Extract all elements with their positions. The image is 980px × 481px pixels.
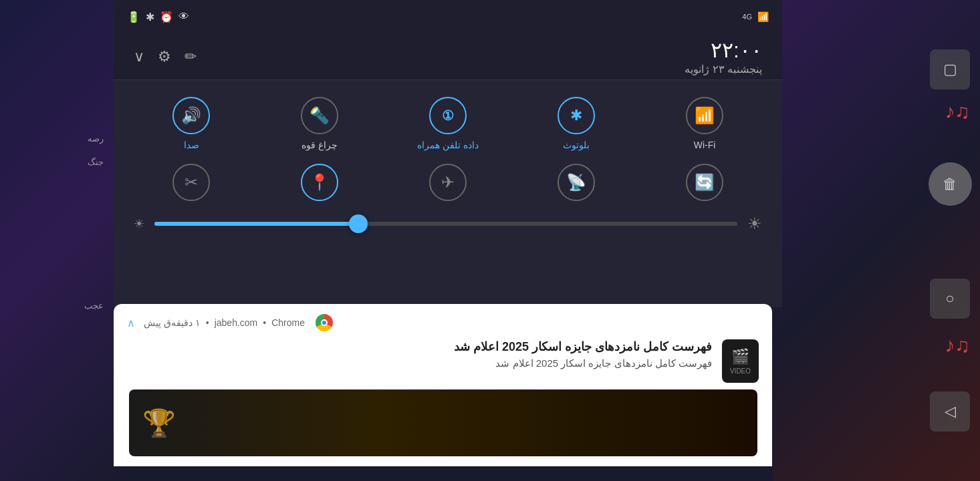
time-display: ۲۲:۰۰ <box>685 37 762 63</box>
circle-icon: ○ <box>945 290 954 307</box>
toggle-rotate[interactable]: 🔄 <box>664 164 745 201</box>
settings-button[interactable]: ⚙ <box>158 48 171 65</box>
wifi-icon: 📶 <box>695 106 715 125</box>
location-icon: 📍 <box>310 173 330 192</box>
quick-settings-panel: 🔊 صدا 🔦 چراغ قوه ① داده تلفن همراه ✱ <box>114 80 782 307</box>
toggle-wifi[interactable]: 📶 Wi-Fi <box>664 97 745 150</box>
notification-subtitle: فهرست کامل نامزدهای جایزه اسکار 2025 اعل… <box>127 357 712 369</box>
panel-header: ∨ ⚙ ✏ ۲۲:۰۰ پنجشنبه ۲۳ ژانویه <box>114 33 782 80</box>
data-icon-wrap: ① <box>429 97 467 134</box>
sound-icon-wrap: 🔊 <box>172 97 210 134</box>
signal-text: 4G <box>742 13 752 21</box>
eye-protection-icon: 👁 <box>178 11 189 23</box>
chrome-logo-icon <box>316 314 333 331</box>
status-icons-right: 4G 📶 <box>742 11 769 22</box>
circle-button[interactable]: ○ <box>930 279 970 319</box>
rotate-icon-wrap: 🔄 <box>686 164 723 201</box>
toggle-location[interactable]: 📍 <box>279 164 360 201</box>
notification-image-inner: 🏆 <box>129 389 757 456</box>
brightness-low-icon: ☀ <box>134 216 144 231</box>
rotate-icon: 🔄 <box>695 173 715 192</box>
dot-separator: • <box>263 317 266 328</box>
notification-header: Chrome • jabeh.com • ۱ دقیقه‌ق پیش ∧ <box>127 314 759 331</box>
oscar-statuette-icon: 🏆 <box>142 408 176 439</box>
toggle-flashlight[interactable]: 🔦 چراغ قوه <box>279 97 360 150</box>
trash-icon: 🗑 <box>943 176 957 193</box>
bluetooth-icon: ✱ <box>570 107 582 124</box>
toggle-hotspot[interactable]: 📡 <box>536 164 616 201</box>
wifi-icon-wrap: 📶 <box>686 97 723 134</box>
hotspot-icon-wrap: 📡 <box>558 164 595 201</box>
battery-icon: 🔋 <box>127 11 140 23</box>
screenshot-icon-wrap: ✂ <box>172 164 210 201</box>
square-button[interactable]: ▢ <box>930 49 970 90</box>
bluetooth-icon-wrap: ✱ <box>558 97 595 134</box>
delete-button[interactable]: 🗑 <box>929 162 972 206</box>
location-icon-wrap: 📍 <box>301 164 338 201</box>
data-label: داده تلفن همراه <box>417 140 479 150</box>
video-label: VIDEO <box>730 367 751 375</box>
alarm-icon: ⏰ <box>160 11 173 23</box>
chrome-inner-circle <box>321 319 328 326</box>
film-icon: 🎬 <box>731 348 749 365</box>
status-icons-left: 🔋 ✱ ⏰ 👁 <box>127 11 189 23</box>
toggle-data[interactable]: ① داده تلفن همراه <box>408 97 488 150</box>
left-text-2: جنگ <box>0 157 104 167</box>
notification-text: فهرست کامل نامزدهای جایزه اسکار 2025 اعل… <box>127 339 712 369</box>
notification-image: 🏆 <box>129 389 757 456</box>
flashlight-label: چراغ قوه <box>301 140 338 150</box>
app-thumbnail-icon: 🎬 VIDEO <box>722 339 759 383</box>
dot-separator2: • <box>206 317 209 328</box>
left-sidebar-text: رصه جنگ عجب <box>0 134 110 311</box>
notification-card[interactable]: Chrome • jabeh.com • ۱ دقیقه‌ق پیش ∧ 🎬 V… <box>114 304 772 466</box>
date-display: پنجشنبه ۲۳ ژانویه <box>685 63 762 75</box>
left-text-3: عجب <box>0 301 104 311</box>
square-icon: ▢ <box>943 61 957 78</box>
chevron-up-icon[interactable]: ∧ <box>127 317 135 329</box>
brightness-fill <box>154 222 358 226</box>
toggles-row-1: 🔊 صدا 🔦 چراغ قوه ① داده تلفن همراه ✱ <box>127 90 769 164</box>
status-bar: 🔋 ✱ ⏰ 👁 4G 📶 <box>114 0 782 33</box>
notification-title: فهرست کامل نامزدهای جایزه اسکار 2025 اعل… <box>127 339 712 354</box>
brightness-high-icon: ☀ <box>747 214 762 233</box>
toggles-row-2: ✂ 📍 ✈ 📡 <box>127 164 769 211</box>
signal-bars-icon: 📶 <box>757 11 769 22</box>
toggle-sound[interactable]: 🔊 صدا <box>151 97 231 150</box>
left-text-1: رصه <box>0 134 104 144</box>
time-ago-label: ۱ دقیقه‌ق پیش <box>144 317 201 328</box>
notification-body: 🎬 VIDEO فهرست کامل نامزدهای جایزه اسکار … <box>127 339 759 383</box>
airplane-icon: ✈ <box>441 173 455 192</box>
collapse-button[interactable]: ∨ <box>134 48 144 65</box>
header-time-block: ۲۲:۰۰ پنجشنبه ۲۳ ژانویه <box>685 37 762 75</box>
toggle-airplane[interactable]: ✈ <box>408 164 488 201</box>
back-button[interactable]: ◁ <box>930 391 970 432</box>
back-icon: ◁ <box>945 403 956 420</box>
sound-icon: 🔊 <box>181 106 201 125</box>
app-name-label: Chrome <box>271 317 305 328</box>
brightness-row: ☀ ☀ <box>127 211 769 236</box>
bluetooth-label: بلوتوث <box>563 140 590 150</box>
header-controls: ∨ ⚙ ✏ <box>134 48 197 65</box>
brightness-thumb[interactable] <box>349 214 368 233</box>
brightness-slider[interactable] <box>154 222 737 226</box>
toggle-screenshot[interactable]: ✂ <box>151 164 231 201</box>
bluetooth-status-icon: ✱ <box>146 11 154 23</box>
hotspot-icon: 📡 <box>566 173 586 192</box>
edit-button[interactable]: ✏ <box>185 48 197 65</box>
flashlight-icon: 🔦 <box>310 106 330 125</box>
notification-panel: 🔋 ✱ ⏰ 👁 4G 📶 ∨ ⚙ ✏ ۲۲:۰۰ پنجشنبه ۲۳ ژانو… <box>114 0 782 307</box>
airplane-icon-wrap: ✈ <box>429 164 467 201</box>
screenshot-icon: ✂ <box>185 173 198 192</box>
source-label: jabeh.com <box>215 317 258 328</box>
wifi-label: Wi-Fi <box>694 140 716 150</box>
flashlight-icon-wrap: 🔦 <box>301 97 338 134</box>
sound-label: صدا <box>184 140 199 150</box>
nav-buttons: ▢ 🗑 ○ ◁ <box>920 0 980 481</box>
toggle-bluetooth[interactable]: ✱ بلوتوث <box>536 97 616 150</box>
